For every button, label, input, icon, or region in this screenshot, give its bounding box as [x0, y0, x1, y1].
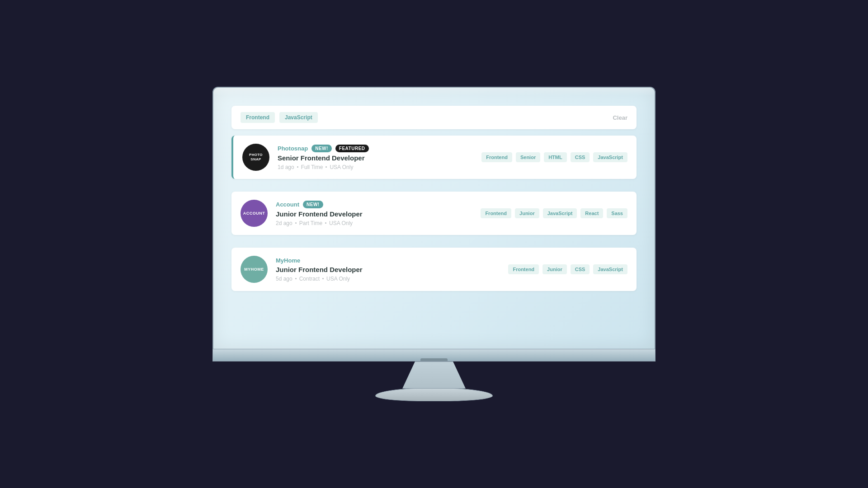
job-location: USA Only [329, 220, 353, 226]
job-tag[interactable]: Junior [515, 208, 539, 218]
monitor-wrapper: Frontend JavaScript Clear PHOTOSNAP Phot… [212, 87, 656, 401]
job-tag[interactable]: Frontend [508, 264, 539, 274]
meta-dot [295, 222, 297, 224]
job-tag[interactable]: JavaScript [593, 152, 627, 162]
job-title: Junior Frontend Developer [276, 266, 500, 273]
job-posted: 2d ago [276, 220, 292, 226]
job-tag[interactable]: HTML [544, 152, 567, 162]
job-info: Photosnap NEW! FEATURED Senior Frontend … [278, 145, 473, 170]
company-name: Photosnap [278, 145, 308, 152]
job-tag[interactable]: Frontend [481, 152, 512, 162]
filter-bar: Frontend JavaScript Clear [231, 106, 637, 129]
meta-dot [325, 222, 326, 224]
job-list: PHOTOSNAP Photosnap NEW! FEATURED Senior… [231, 136, 637, 291]
job-posted: 1d ago [278, 164, 294, 170]
company-logo-account: ACCOUNT [241, 200, 268, 227]
badge-new: NEW! [311, 145, 332, 152]
company-row: Account NEW! [276, 201, 472, 208]
monitor-bezel [212, 349, 656, 361]
monitor-stand-top [402, 361, 466, 389]
job-location: USA Only [330, 164, 353, 170]
company-logo-myhome: MYHOME [241, 256, 268, 283]
job-card-photosnap[interactable]: PHOTOSNAP Photosnap NEW! FEATURED Senior… [231, 136, 637, 179]
company-logo-photosnap: PHOTOSNAP [242, 144, 269, 171]
company-name: Account [276, 201, 299, 208]
company-row: MyHome [276, 257, 500, 264]
clear-filters-button[interactable]: Clear [613, 114, 627, 121]
meta-dot [297, 166, 298, 168]
job-tags: FrontendJuniorCSSJavaScript [508, 264, 627, 274]
job-posted: 5d ago [276, 276, 292, 282]
job-meta: 5d ago Contract USA Only [276, 276, 500, 282]
meta-dot [322, 278, 324, 279]
job-tags: FrontendSeniorHTMLCSSJavaScript [481, 152, 627, 162]
job-tag[interactable]: CSS [571, 152, 590, 162]
job-tag[interactable]: Frontend [481, 208, 511, 218]
job-location: USA Only [326, 276, 350, 282]
job-meta: 1d ago Full Time USA Only [278, 164, 473, 170]
badge-new: NEW! [303, 201, 323, 208]
company-name: MyHome [276, 257, 300, 264]
meta-dot [295, 278, 297, 279]
job-tag[interactable]: Senior [516, 152, 540, 162]
meta-dot [326, 166, 327, 168]
job-type: Part Time [299, 220, 322, 226]
job-tag[interactable]: React [580, 208, 603, 218]
job-tag[interactable]: JavaScript [543, 208, 577, 218]
monitor-stand-base [375, 388, 493, 401]
job-tag[interactable]: Sass [607, 208, 627, 218]
job-title: Senior Frontend Developer [278, 154, 473, 162]
filter-tags: Frontend JavaScript [241, 112, 318, 123]
job-type: Full Time [301, 164, 323, 170]
company-row: Photosnap NEW! FEATURED [278, 145, 473, 152]
job-type: Contract [299, 276, 320, 282]
job-card-myhome[interactable]: MYHOME MyHome Junior Frontend Developer … [231, 248, 637, 291]
job-info: MyHome Junior Frontend Developer 5d ago … [276, 257, 500, 282]
job-meta: 2d ago Part Time USA Only [276, 220, 472, 226]
job-tag[interactable]: JavaScript [593, 264, 627, 274]
job-tag[interactable]: Junior [542, 264, 567, 274]
badge-featured: FEATURED [335, 145, 369, 152]
job-info: Account NEW! Junior Frontend Developer 2… [276, 201, 472, 226]
job-title: Junior Frontend Developer [276, 210, 472, 218]
job-card-account[interactable]: ACCOUNT Account NEW! Junior Frontend Dev… [231, 192, 637, 235]
job-tag[interactable]: CSS [571, 264, 590, 274]
filter-tag-javascript[interactable]: JavaScript [279, 112, 318, 123]
content-area: Frontend JavaScript Clear PHOTOSNAP Phot… [231, 101, 637, 291]
monitor-screen: Frontend JavaScript Clear PHOTOSNAP Phot… [212, 87, 656, 349]
job-tags: FrontendJuniorJavaScriptReactSass [481, 208, 627, 218]
filter-tag-frontend[interactable]: Frontend [241, 112, 275, 123]
